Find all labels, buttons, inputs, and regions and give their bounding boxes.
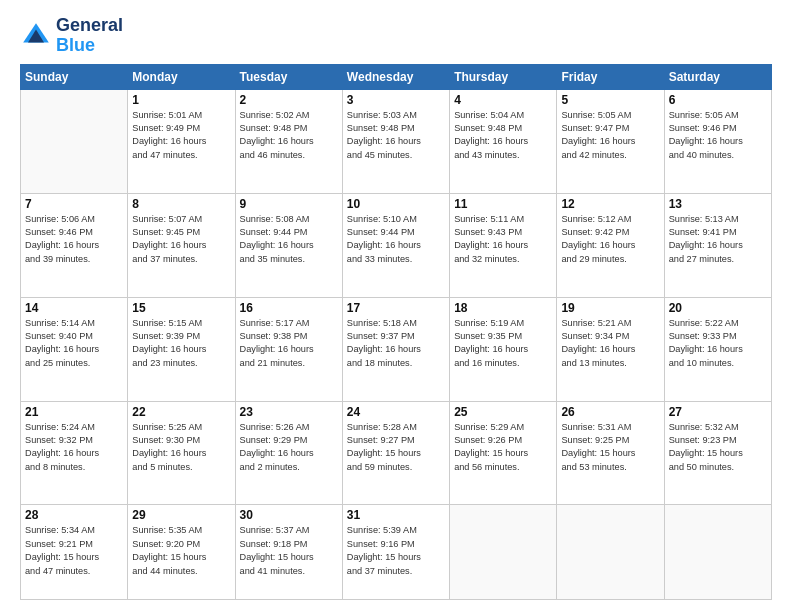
day-info: Sunrise: 5:21 AMSunset: 9:34 PMDaylight:… — [561, 317, 659, 370]
day-header-wednesday: Wednesday — [342, 64, 449, 89]
day-info: Sunrise: 5:14 AMSunset: 9:40 PMDaylight:… — [25, 317, 123, 370]
day-info: Sunrise: 5:24 AMSunset: 9:32 PMDaylight:… — [25, 421, 123, 474]
logo: General Blue — [20, 16, 123, 56]
day-number: 14 — [25, 301, 123, 315]
day-info: Sunrise: 5:31 AMSunset: 9:25 PMDaylight:… — [561, 421, 659, 474]
day-number: 1 — [132, 93, 230, 107]
calendar-cell — [664, 505, 771, 600]
day-number: 17 — [347, 301, 445, 315]
day-info: Sunrise: 5:07 AMSunset: 9:45 PMDaylight:… — [132, 213, 230, 266]
logo-line2: Blue — [56, 35, 95, 55]
calendar-cell — [21, 89, 128, 193]
day-header-tuesday: Tuesday — [235, 64, 342, 89]
day-info: Sunrise: 5:15 AMSunset: 9:39 PMDaylight:… — [132, 317, 230, 370]
day-number: 9 — [240, 197, 338, 211]
day-number: 24 — [347, 405, 445, 419]
calendar-cell: 21Sunrise: 5:24 AMSunset: 9:32 PMDayligh… — [21, 401, 128, 505]
calendar-cell: 22Sunrise: 5:25 AMSunset: 9:30 PMDayligh… — [128, 401, 235, 505]
day-info: Sunrise: 5:39 AMSunset: 9:16 PMDaylight:… — [347, 524, 445, 577]
day-info: Sunrise: 5:04 AMSunset: 9:48 PMDaylight:… — [454, 109, 552, 162]
day-number: 16 — [240, 301, 338, 315]
calendar-cell: 30Sunrise: 5:37 AMSunset: 9:18 PMDayligh… — [235, 505, 342, 600]
logo-line1: General — [56, 16, 123, 36]
calendar-cell: 6Sunrise: 5:05 AMSunset: 9:46 PMDaylight… — [664, 89, 771, 193]
day-number: 29 — [132, 508, 230, 522]
day-number: 11 — [454, 197, 552, 211]
calendar-cell: 18Sunrise: 5:19 AMSunset: 9:35 PMDayligh… — [450, 297, 557, 401]
calendar-cell: 17Sunrise: 5:18 AMSunset: 9:37 PMDayligh… — [342, 297, 449, 401]
day-number: 12 — [561, 197, 659, 211]
day-number: 7 — [25, 197, 123, 211]
week-row-5: 28Sunrise: 5:34 AMSunset: 9:21 PMDayligh… — [21, 505, 772, 600]
day-info: Sunrise: 5:08 AMSunset: 9:44 PMDaylight:… — [240, 213, 338, 266]
calendar-cell: 11Sunrise: 5:11 AMSunset: 9:43 PMDayligh… — [450, 193, 557, 297]
calendar-cell: 5Sunrise: 5:05 AMSunset: 9:47 PMDaylight… — [557, 89, 664, 193]
calendar-cell: 24Sunrise: 5:28 AMSunset: 9:27 PMDayligh… — [342, 401, 449, 505]
calendar-cell: 12Sunrise: 5:12 AMSunset: 9:42 PMDayligh… — [557, 193, 664, 297]
calendar-cell: 16Sunrise: 5:17 AMSunset: 9:38 PMDayligh… — [235, 297, 342, 401]
calendar-cell: 20Sunrise: 5:22 AMSunset: 9:33 PMDayligh… — [664, 297, 771, 401]
calendar-cell: 25Sunrise: 5:29 AMSunset: 9:26 PMDayligh… — [450, 401, 557, 505]
day-number: 19 — [561, 301, 659, 315]
day-number: 25 — [454, 405, 552, 419]
calendar-cell: 9Sunrise: 5:08 AMSunset: 9:44 PMDaylight… — [235, 193, 342, 297]
day-info: Sunrise: 5:13 AMSunset: 9:41 PMDaylight:… — [669, 213, 767, 266]
day-number: 26 — [561, 405, 659, 419]
header: General Blue — [20, 16, 772, 56]
logo-text: General Blue — [56, 16, 123, 56]
page: General Blue SundayMondayTuesdayWednesda… — [0, 0, 792, 612]
calendar-cell: 2Sunrise: 5:02 AMSunset: 9:48 PMDaylight… — [235, 89, 342, 193]
day-info: Sunrise: 5:34 AMSunset: 9:21 PMDaylight:… — [25, 524, 123, 577]
day-number: 27 — [669, 405, 767, 419]
day-number: 8 — [132, 197, 230, 211]
day-number: 22 — [132, 405, 230, 419]
day-info: Sunrise: 5:18 AMSunset: 9:37 PMDaylight:… — [347, 317, 445, 370]
day-number: 4 — [454, 93, 552, 107]
calendar-cell: 14Sunrise: 5:14 AMSunset: 9:40 PMDayligh… — [21, 297, 128, 401]
day-info: Sunrise: 5:29 AMSunset: 9:26 PMDaylight:… — [454, 421, 552, 474]
calendar-cell: 26Sunrise: 5:31 AMSunset: 9:25 PMDayligh… — [557, 401, 664, 505]
day-number: 28 — [25, 508, 123, 522]
day-header-sunday: Sunday — [21, 64, 128, 89]
day-number: 2 — [240, 93, 338, 107]
calendar-cell: 28Sunrise: 5:34 AMSunset: 9:21 PMDayligh… — [21, 505, 128, 600]
day-info: Sunrise: 5:05 AMSunset: 9:47 PMDaylight:… — [561, 109, 659, 162]
day-number: 6 — [669, 93, 767, 107]
day-info: Sunrise: 5:12 AMSunset: 9:42 PMDaylight:… — [561, 213, 659, 266]
calendar-cell — [557, 505, 664, 600]
week-row-2: 7Sunrise: 5:06 AMSunset: 9:46 PMDaylight… — [21, 193, 772, 297]
day-number: 20 — [669, 301, 767, 315]
day-number: 13 — [669, 197, 767, 211]
day-number: 31 — [347, 508, 445, 522]
day-number: 23 — [240, 405, 338, 419]
calendar-cell: 8Sunrise: 5:07 AMSunset: 9:45 PMDaylight… — [128, 193, 235, 297]
day-header-saturday: Saturday — [664, 64, 771, 89]
calendar-cell: 1Sunrise: 5:01 AMSunset: 9:49 PMDaylight… — [128, 89, 235, 193]
calendar-cell: 13Sunrise: 5:13 AMSunset: 9:41 PMDayligh… — [664, 193, 771, 297]
day-number: 5 — [561, 93, 659, 107]
day-header-friday: Friday — [557, 64, 664, 89]
day-info: Sunrise: 5:37 AMSunset: 9:18 PMDaylight:… — [240, 524, 338, 577]
calendar-cell: 15Sunrise: 5:15 AMSunset: 9:39 PMDayligh… — [128, 297, 235, 401]
day-info: Sunrise: 5:28 AMSunset: 9:27 PMDaylight:… — [347, 421, 445, 474]
calendar-cell: 29Sunrise: 5:35 AMSunset: 9:20 PMDayligh… — [128, 505, 235, 600]
day-info: Sunrise: 5:05 AMSunset: 9:46 PMDaylight:… — [669, 109, 767, 162]
calendar-cell: 4Sunrise: 5:04 AMSunset: 9:48 PMDaylight… — [450, 89, 557, 193]
calendar-cell: 3Sunrise: 5:03 AMSunset: 9:48 PMDaylight… — [342, 89, 449, 193]
day-info: Sunrise: 5:35 AMSunset: 9:20 PMDaylight:… — [132, 524, 230, 577]
day-header-monday: Monday — [128, 64, 235, 89]
day-header-thursday: Thursday — [450, 64, 557, 89]
week-row-3: 14Sunrise: 5:14 AMSunset: 9:40 PMDayligh… — [21, 297, 772, 401]
day-number: 15 — [132, 301, 230, 315]
day-number: 30 — [240, 508, 338, 522]
day-info: Sunrise: 5:25 AMSunset: 9:30 PMDaylight:… — [132, 421, 230, 474]
day-info: Sunrise: 5:03 AMSunset: 9:48 PMDaylight:… — [347, 109, 445, 162]
calendar-cell: 27Sunrise: 5:32 AMSunset: 9:23 PMDayligh… — [664, 401, 771, 505]
day-number: 10 — [347, 197, 445, 211]
day-number: 3 — [347, 93, 445, 107]
day-info: Sunrise: 5:22 AMSunset: 9:33 PMDaylight:… — [669, 317, 767, 370]
calendar-cell: 31Sunrise: 5:39 AMSunset: 9:16 PMDayligh… — [342, 505, 449, 600]
day-info: Sunrise: 5:06 AMSunset: 9:46 PMDaylight:… — [25, 213, 123, 266]
day-number: 18 — [454, 301, 552, 315]
day-info: Sunrise: 5:11 AMSunset: 9:43 PMDaylight:… — [454, 213, 552, 266]
